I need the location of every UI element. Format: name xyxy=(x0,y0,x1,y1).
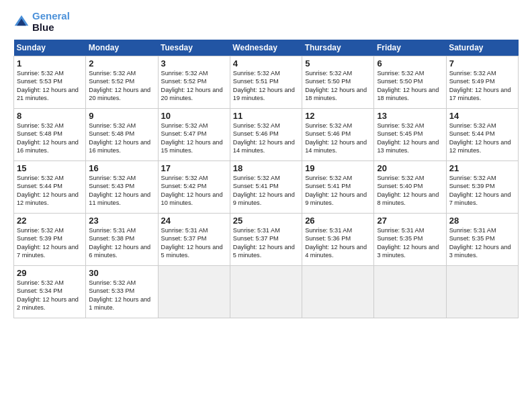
day-info: Sunrise: 5:32 AMSunset: 5:52 PMDaylight:… xyxy=(161,69,227,103)
empty-cell xyxy=(446,266,518,318)
day-info: Sunrise: 5:32 AMSunset: 5:44 PMDaylight:… xyxy=(17,174,83,208)
day-number: 14 xyxy=(449,111,515,121)
day-info: Sunrise: 5:31 AMSunset: 5:36 PMDaylight:… xyxy=(305,226,371,260)
day-cell-22: 22 Sunrise: 5:32 AMSunset: 5:39 PMDaylig… xyxy=(14,214,86,266)
calendar-week-3: 15 Sunrise: 5:32 AMSunset: 5:44 PMDaylig… xyxy=(14,161,519,214)
day-info: Sunrise: 5:32 AMSunset: 5:53 PMDaylight:… xyxy=(17,69,83,103)
day-cell-11: 11 Sunrise: 5:32 AMSunset: 5:46 PMDaylig… xyxy=(230,109,302,161)
day-number: 16 xyxy=(89,163,154,173)
day-number: 15 xyxy=(17,163,83,173)
day-number: 21 xyxy=(449,163,515,173)
weekday-friday: Friday xyxy=(374,40,446,56)
calendar-table: SundayMondayTuesdayWednesdayThursdayFrid… xyxy=(13,40,519,318)
day-number: 20 xyxy=(377,163,443,173)
day-number: 6 xyxy=(377,58,443,68)
weekday-saturday: Saturday xyxy=(446,40,518,56)
day-number: 25 xyxy=(233,216,299,226)
day-info: Sunrise: 5:31 AMSunset: 5:38 PMDaylight:… xyxy=(89,226,154,260)
day-cell-29: 29 Sunrise: 5:32 AMSunset: 5:34 PMDaylig… xyxy=(14,266,86,318)
day-number: 29 xyxy=(17,268,83,278)
day-info: Sunrise: 5:32 AMSunset: 5:48 PMDaylight:… xyxy=(17,122,83,155)
day-number: 11 xyxy=(233,111,299,121)
day-cell-19: 19 Sunrise: 5:32 AMSunset: 5:41 PMDaylig… xyxy=(302,161,374,214)
empty-cell xyxy=(302,266,374,318)
day-number: 30 xyxy=(89,268,154,278)
day-cell-23: 23 Sunrise: 5:31 AMSunset: 5:38 PMDaylig… xyxy=(86,214,158,266)
day-cell-1: 1 Sunrise: 5:32 AMSunset: 5:53 PMDayligh… xyxy=(14,56,86,109)
weekday-header: SundayMondayTuesdayWednesdayThursdayFrid… xyxy=(14,40,519,56)
logo-text: General Blue xyxy=(32,11,70,33)
day-cell-8: 8 Sunrise: 5:32 AMSunset: 5:48 PMDayligh… xyxy=(14,109,86,161)
day-number: 13 xyxy=(377,111,443,121)
day-cell-16: 16 Sunrise: 5:32 AMSunset: 5:43 PMDaylig… xyxy=(86,161,158,214)
day-info: Sunrise: 5:32 AMSunset: 5:34 PMDaylight:… xyxy=(17,279,83,312)
day-info: Sunrise: 5:32 AMSunset: 5:50 PMDaylight:… xyxy=(377,69,443,103)
calendar-week-1: 1 Sunrise: 5:32 AMSunset: 5:53 PMDayligh… xyxy=(14,56,519,109)
day-cell-4: 4 Sunrise: 5:32 AMSunset: 5:51 PMDayligh… xyxy=(230,56,302,109)
day-info: Sunrise: 5:32 AMSunset: 5:40 PMDaylight:… xyxy=(377,174,443,208)
day-number: 10 xyxy=(161,111,227,121)
day-info: Sunrise: 5:32 AMSunset: 5:49 PMDaylight:… xyxy=(449,69,515,103)
day-info: Sunrise: 5:31 AMSunset: 5:35 PMDaylight:… xyxy=(449,226,515,260)
weekday-monday: Monday xyxy=(86,40,158,56)
day-cell-25: 25 Sunrise: 5:31 AMSunset: 5:37 PMDaylig… xyxy=(230,214,302,266)
day-info: Sunrise: 5:32 AMSunset: 5:46 PMDaylight:… xyxy=(233,122,299,155)
day-number: 2 xyxy=(89,58,154,68)
weekday-wednesday: Wednesday xyxy=(230,40,302,56)
day-cell-3: 3 Sunrise: 5:32 AMSunset: 5:52 PMDayligh… xyxy=(158,56,230,109)
day-info: Sunrise: 5:32 AMSunset: 5:46 PMDaylight:… xyxy=(305,122,371,155)
day-number: 7 xyxy=(449,58,515,68)
weekday-sunday: Sunday xyxy=(14,40,86,56)
weekday-thursday: Thursday xyxy=(302,40,374,56)
day-number: 8 xyxy=(17,111,83,121)
day-cell-15: 15 Sunrise: 5:32 AMSunset: 5:44 PMDaylig… xyxy=(14,161,86,214)
calendar-week-5: 29 Sunrise: 5:32 AMSunset: 5:34 PMDaylig… xyxy=(14,266,519,318)
day-info: Sunrise: 5:32 AMSunset: 5:48 PMDaylight:… xyxy=(89,122,154,155)
day-cell-9: 9 Sunrise: 5:32 AMSunset: 5:48 PMDayligh… xyxy=(86,109,158,161)
calendar-week-4: 22 Sunrise: 5:32 AMSunset: 5:39 PMDaylig… xyxy=(14,214,519,266)
day-info: Sunrise: 5:32 AMSunset: 5:33 PMDaylight:… xyxy=(89,279,154,312)
day-info: Sunrise: 5:32 AMSunset: 5:52 PMDaylight:… xyxy=(89,69,154,103)
day-info: Sunrise: 5:32 AMSunset: 5:44 PMDaylight:… xyxy=(449,122,515,155)
day-number: 23 xyxy=(89,216,154,226)
day-cell-13: 13 Sunrise: 5:32 AMSunset: 5:45 PMDaylig… xyxy=(374,109,446,161)
day-info: Sunrise: 5:32 AMSunset: 5:43 PMDaylight:… xyxy=(89,174,154,208)
day-cell-5: 5 Sunrise: 5:32 AMSunset: 5:50 PMDayligh… xyxy=(302,56,374,109)
day-cell-28: 28 Sunrise: 5:31 AMSunset: 5:35 PMDaylig… xyxy=(446,214,518,266)
day-cell-24: 24 Sunrise: 5:31 AMSunset: 5:37 PMDaylig… xyxy=(158,214,230,266)
calendar-week-2: 8 Sunrise: 5:32 AMSunset: 5:48 PMDayligh… xyxy=(14,109,519,161)
day-number: 18 xyxy=(233,163,299,173)
day-info: Sunrise: 5:31 AMSunset: 5:37 PMDaylight:… xyxy=(161,226,227,260)
day-cell-10: 10 Sunrise: 5:32 AMSunset: 5:47 PMDaylig… xyxy=(158,109,230,161)
day-info: Sunrise: 5:32 AMSunset: 5:50 PMDaylight:… xyxy=(305,69,371,103)
day-cell-6: 6 Sunrise: 5:32 AMSunset: 5:50 PMDayligh… xyxy=(374,56,446,109)
day-cell-20: 20 Sunrise: 5:32 AMSunset: 5:40 PMDaylig… xyxy=(374,161,446,214)
day-number: 24 xyxy=(161,216,227,226)
day-cell-30: 30 Sunrise: 5:32 AMSunset: 5:33 PMDaylig… xyxy=(86,266,158,318)
day-info: Sunrise: 5:31 AMSunset: 5:35 PMDaylight:… xyxy=(377,226,443,260)
day-cell-12: 12 Sunrise: 5:32 AMSunset: 5:46 PMDaylig… xyxy=(302,109,374,161)
day-cell-27: 27 Sunrise: 5:31 AMSunset: 5:35 PMDaylig… xyxy=(374,214,446,266)
logo: General Blue xyxy=(13,11,70,33)
day-info: Sunrise: 5:31 AMSunset: 5:37 PMDaylight:… xyxy=(233,226,299,260)
empty-cell xyxy=(230,266,302,318)
day-cell-18: 18 Sunrise: 5:32 AMSunset: 5:41 PMDaylig… xyxy=(230,161,302,214)
day-number: 27 xyxy=(377,216,443,226)
day-cell-21: 21 Sunrise: 5:32 AMSunset: 5:39 PMDaylig… xyxy=(446,161,518,214)
header: General Blue xyxy=(13,11,519,33)
day-number: 12 xyxy=(305,111,371,121)
day-number: 26 xyxy=(305,216,371,226)
day-number: 19 xyxy=(305,163,371,173)
day-number: 1 xyxy=(17,58,83,68)
day-info: Sunrise: 5:32 AMSunset: 5:39 PMDaylight:… xyxy=(449,174,515,208)
day-cell-2: 2 Sunrise: 5:32 AMSunset: 5:52 PMDayligh… xyxy=(86,56,158,109)
day-info: Sunrise: 5:32 AMSunset: 5:47 PMDaylight:… xyxy=(161,122,227,155)
day-number: 4 xyxy=(233,58,299,68)
empty-cell xyxy=(374,266,446,318)
day-cell-26: 26 Sunrise: 5:31 AMSunset: 5:36 PMDaylig… xyxy=(302,214,374,266)
day-cell-17: 17 Sunrise: 5:32 AMSunset: 5:42 PMDaylig… xyxy=(158,161,230,214)
empty-cell xyxy=(158,266,230,318)
day-info: Sunrise: 5:32 AMSunset: 5:51 PMDaylight:… xyxy=(233,69,299,103)
day-number: 9 xyxy=(89,111,154,121)
day-cell-7: 7 Sunrise: 5:32 AMSunset: 5:49 PMDayligh… xyxy=(446,56,518,109)
